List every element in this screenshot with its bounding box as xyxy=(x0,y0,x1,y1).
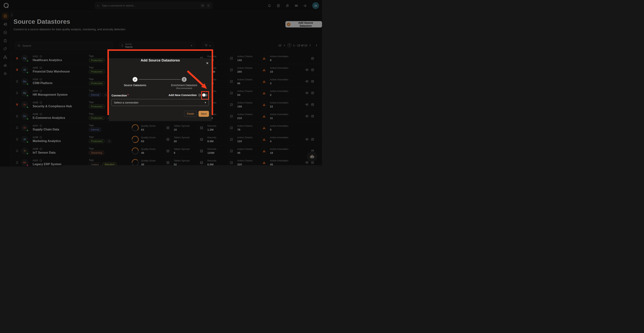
add-new-connection-label: Add New Connection xyxy=(168,93,197,97)
add-new-connection-toggle[interactable] xyxy=(203,94,208,96)
step1-label: Source Datastores xyxy=(116,84,154,87)
required-dot xyxy=(128,94,128,95)
next-button[interactable]: Next xyxy=(198,111,209,117)
connection-select[interactable]: Select a connection ▼ xyxy=(112,99,209,106)
step1-pencil-icon xyxy=(132,77,138,82)
step2-label: Enrichment Datastore(Recommended) xyxy=(166,84,203,89)
annotation-modal-highlight: ✕ Add Source Datastores 2 Source Datasto… xyxy=(108,49,213,115)
stepper-line xyxy=(139,79,180,80)
modal-title: Add Source Datastores xyxy=(109,58,212,62)
info-icon[interactable] xyxy=(198,94,201,97)
finish-button[interactable]: Finish xyxy=(184,111,197,117)
connection-label: Connection xyxy=(112,94,128,97)
add-source-datastores-modal: ✕ Add Source Datastores 2 Source Datasto… xyxy=(109,58,212,121)
close-icon[interactable]: ✕ xyxy=(206,61,209,65)
step2-circle: 2 xyxy=(182,77,186,82)
